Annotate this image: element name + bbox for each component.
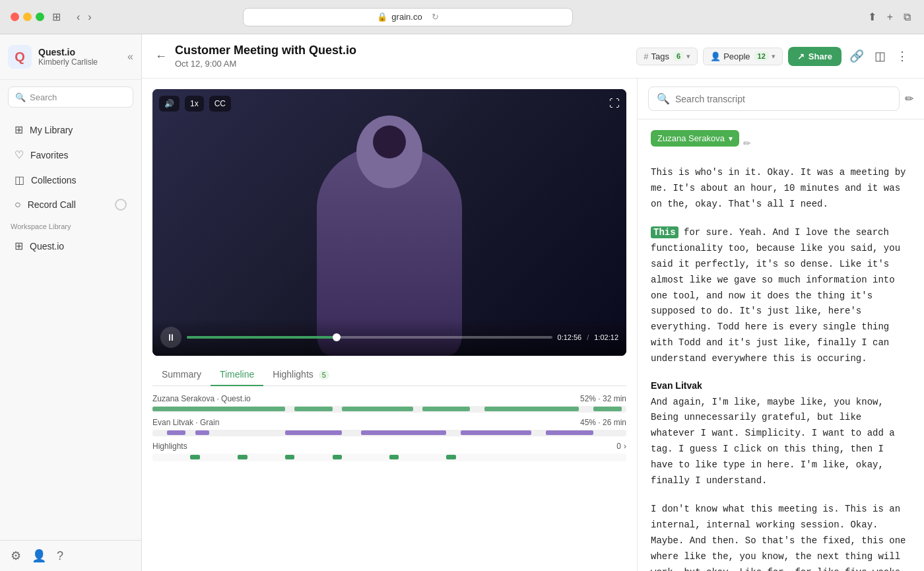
- tab-timeline[interactable]: Timeline: [211, 364, 263, 386]
- timeline-track-evan[interactable]: [152, 430, 626, 436]
- evan-seg-5: [461, 430, 532, 435]
- sidebar-footer: ⚙ 👤 ?: [0, 540, 141, 571]
- sidebar-item-questio[interactable]: ⊞ Quest.io: [4, 234, 137, 258]
- transcript-search-bar: 🔍 ✏: [638, 79, 924, 119]
- address-bar[interactable]: 🔒 grain.co ↻: [243, 8, 573, 26]
- forward-nav-button[interactable]: ›: [85, 9, 94, 26]
- brand-info: Quest.io Kimberly Carlisle: [38, 47, 121, 67]
- speaker-edit-button[interactable]: ✏: [743, 138, 751, 149]
- search-icon: 🔍: [15, 92, 26, 102]
- layers-button[interactable]: ◫: [872, 46, 888, 66]
- brand-user: Kimberly Carlisle: [38, 57, 121, 67]
- sidebar-item-library-label: My Library: [30, 125, 73, 135]
- back-nav-button[interactable]: ‹: [74, 9, 82, 26]
- share-button[interactable]: ↗ Share: [788, 47, 842, 66]
- content-body: 🔊 1x CC ⛶ ⏸ 0:12:56 / 1:0: [142, 79, 924, 571]
- maximize-button[interactable]: [36, 13, 44, 21]
- sidebar-item-collections[interactable]: ◫ Collections: [4, 168, 137, 192]
- library-icon: ⊞: [15, 123, 23, 136]
- hl-6: [446, 455, 455, 459]
- add-person-button[interactable]: 👤: [32, 549, 46, 563]
- search-input-container[interactable]: 🔍: [648, 86, 900, 111]
- tags-chip[interactable]: # Tags 6 ▾: [636, 48, 698, 65]
- people-count: 12: [754, 51, 769, 61]
- fullscreen-button[interactable]: ⛶: [609, 98, 620, 110]
- minimize-button[interactable]: [23, 13, 32, 21]
- tab-summary[interactable]: Summary: [152, 364, 211, 386]
- security-icon: 🔒: [377, 12, 387, 22]
- sidebar-toggle-button[interactable]: ⊞: [52, 11, 61, 23]
- timeline-row-zuzana: Zuzana Serakova · Quest.io 52% · 32 min: [152, 394, 626, 413]
- back-button[interactable]: ←: [155, 50, 167, 63]
- brand-logo: Q: [8, 45, 32, 69]
- settings-button[interactable]: ⚙: [11, 549, 21, 563]
- speaker-filter-label: Zuzana Serakova: [657, 133, 725, 143]
- evan-seg-3: [285, 430, 342, 435]
- speaker-filter-button[interactable]: Zuzana Serakova ▾: [651, 130, 739, 147]
- speed-button[interactable]: 1x: [185, 96, 204, 112]
- transcript-search-input[interactable]: [675, 94, 891, 104]
- tabs-button[interactable]: ⧉: [901, 8, 913, 26]
- highlights-row: Highlights 0 ›: [152, 442, 626, 461]
- sidebar-item-record-label: Record Call: [28, 199, 76, 210]
- timeline-row-header-zuzana: Zuzana Serakova · Quest.io 52% · 32 min: [152, 394, 626, 403]
- tab-highlights-label: Highlights: [273, 369, 313, 380]
- timeline-section: Zuzana Serakova · Quest.io 52% · 32 min: [152, 394, 626, 461]
- highlights-row-count: 0 ›: [616, 442, 626, 451]
- tab-timeline-label: Timeline: [220, 369, 254, 380]
- timeline-row-evan: Evan Litvak · Grain 45% · 26 min: [152, 418, 626, 436]
- sidebar-header: Q Quest.io Kimberly Carlisle «: [0, 34, 141, 80]
- sidebar-item-collections-label: Collections: [31, 175, 76, 185]
- video-timeline[interactable]: [187, 336, 552, 339]
- video-tabs: Summary Timeline Highlights 5: [152, 364, 626, 386]
- sidebar-item-favorites-label: Favorites: [30, 150, 69, 160]
- workspace-label: Workspace Library: [0, 217, 141, 233]
- link-button[interactable]: 🔗: [847, 46, 867, 66]
- captions-button[interactable]: CC: [209, 96, 231, 112]
- app-container: Q Quest.io Kimberly Carlisle « 🔍 Search …: [0, 34, 924, 571]
- video-panel: 🔊 1x CC ⛶ ⏸ 0:12:56 / 1:0: [142, 79, 637, 571]
- help-button[interactable]: ?: [57, 549, 63, 563]
- people-label: People: [723, 51, 750, 61]
- timeline-progress: [187, 336, 333, 339]
- speaker-filter-row: Zuzana Serakova ▾ ✏: [651, 130, 911, 156]
- url-display: grain.co: [391, 12, 422, 22]
- highlight-word: This: [651, 226, 678, 238]
- transcript-panel: 🔍 ✏ Zuzana Serakova ▾ ✏: [637, 79, 924, 571]
- transcript-edit-button[interactable]: ✏: [905, 92, 913, 105]
- sidebar-item-record[interactable]: ○ Record Call: [4, 193, 137, 217]
- share-icon: ↗: [797, 51, 805, 61]
- hash-icon: #: [644, 51, 648, 61]
- timeline-track-zuzana[interactable]: [152, 406, 626, 413]
- sidebar-search[interactable]: 🔍 Search: [8, 86, 133, 108]
- highlights-track[interactable]: [152, 453, 626, 461]
- browser-nav: ‹ ›: [74, 9, 94, 26]
- tab-highlights[interactable]: Highlights 5: [263, 364, 339, 386]
- hl-4: [333, 455, 342, 459]
- tab-summary-label: Summary: [162, 369, 201, 380]
- people-icon: 👤: [710, 51, 721, 61]
- share-browser-button[interactable]: ⬆: [865, 8, 879, 26]
- tags-count: 6: [673, 51, 684, 61]
- close-button[interactable]: [11, 13, 19, 21]
- speaker-stats-zuzana: 52% · 32 min: [580, 394, 626, 403]
- time-separator: /: [587, 333, 589, 341]
- evan-seg-1: [167, 430, 186, 435]
- evan-seg-2: [195, 430, 210, 435]
- pause-button[interactable]: ⏸: [160, 327, 182, 348]
- more-options-button[interactable]: ⋮: [894, 46, 911, 66]
- video-top-controls: 🔊 1x CC ⛶: [159, 96, 620, 112]
- sidebar-item-library[interactable]: ⊞ My Library: [4, 118, 137, 142]
- meeting-info: Customer Meeting with Quest.io Oct 12, 9…: [175, 44, 628, 69]
- people-chevron-icon: ▾: [772, 52, 776, 61]
- sidebar-collapse-button[interactable]: «: [127, 51, 133, 63]
- people-chip[interactable]: 👤 People 12 ▾: [703, 48, 783, 65]
- sidebar-item-favorites[interactable]: ♡ Favorites: [4, 143, 137, 167]
- hl-2: [238, 455, 247, 459]
- hl-5: [389, 455, 399, 459]
- transcript-text-2: This for sure. Yeah. And I love the sear…: [651, 225, 911, 366]
- total-time-display: 1:02:12: [594, 333, 618, 341]
- transcript-search-icon: 🔍: [657, 92, 670, 105]
- volume-button[interactable]: 🔊: [159, 96, 180, 112]
- new-tab-button[interactable]: +: [884, 8, 896, 26]
